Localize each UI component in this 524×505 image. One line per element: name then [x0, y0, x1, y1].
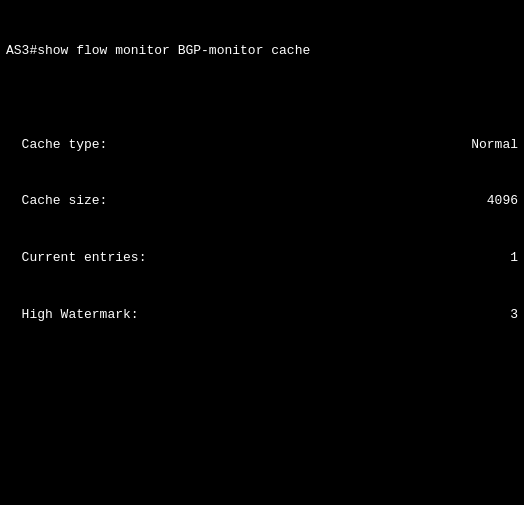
high-watermark-label-text: High Watermark:	[22, 306, 139, 325]
current-entries-row: Current entries:1	[6, 249, 518, 268]
cache-size-label-text: Cache size:	[22, 192, 108, 211]
command-line: AS3#show flow monitor BGP-monitor cache	[6, 42, 518, 61]
cache-info-section: Cache type:Normal Cache size:4096 Curren…	[6, 98, 518, 362]
cache-type-value: Normal	[471, 136, 518, 155]
cache-size-value: 4096	[487, 192, 518, 211]
current-entries-value: 1	[510, 249, 518, 268]
current-entries-indent	[6, 249, 22, 268]
terminal-output: AS3#show flow monitor BGP-monitor cache …	[6, 4, 518, 505]
high-watermark-row: High Watermark:3	[6, 306, 518, 325]
flows-section: Flows added:44 Flows aged:43 - Active ti…	[6, 431, 518, 505]
cache-type-label-text: Cache type:	[22, 136, 108, 155]
cache-type-label	[6, 136, 22, 155]
high-watermark-indent	[6, 306, 22, 325]
blank-line-1	[6, 468, 518, 487]
cache-size-label-indent	[6, 192, 22, 211]
high-watermark-value: 3	[510, 306, 518, 325]
cache-size-row: Cache size:4096	[6, 192, 518, 211]
current-entries-label-text: Current entries:	[22, 249, 147, 268]
cache-type-row: Cache type:Normal	[6, 136, 518, 155]
command-text: AS3#show flow monitor BGP-monitor cache	[6, 42, 310, 61]
